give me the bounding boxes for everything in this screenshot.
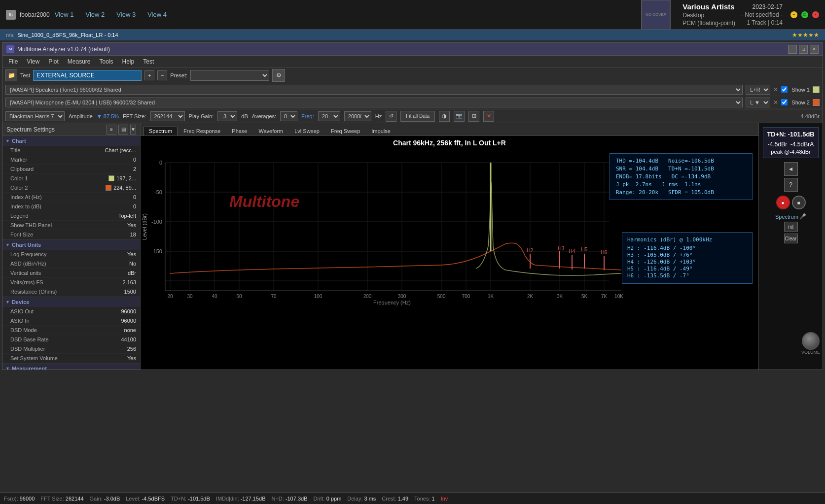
settings-key-indexat: Index At (Hz): [10, 194, 133, 200]
fft-window-select[interactable]: Blackman-Harris 7: [5, 111, 65, 121]
right-btn-2[interactable]: ?: [784, 178, 798, 192]
close-red-btn[interactable]: ✕: [483, 111, 494, 122]
menu-plot[interactable]: Plot: [44, 57, 63, 66]
layout-btn[interactable]: ⊞: [468, 111, 479, 122]
device-section-label: Device: [12, 299, 29, 305]
freq-min-select[interactable]: 20: [318, 111, 340, 121]
chart-section-header[interactable]: ▼ Chart: [2, 136, 140, 146]
device-x-1[interactable]: ✕: [773, 86, 778, 93]
bottom-fs: Fs(o): 96000: [4, 496, 35, 502]
settings-key-color1: Color 1: [10, 175, 108, 181]
device-x-2[interactable]: ✕: [773, 99, 778, 106]
settings-key-asd: ASD (dBr/√Hz): [10, 261, 129, 267]
record-btn[interactable]: ●: [776, 196, 790, 209]
tab-waveform[interactable]: Waveform: [253, 127, 289, 135]
analyzer-close[interactable]: ×: [810, 45, 819, 54]
settings-val-dsdmult: 256: [127, 346, 136, 352]
settings-icon-3[interactable]: ▼: [130, 125, 136, 134]
menu-test[interactable]: Test: [139, 57, 158, 66]
refresh-btn[interactable]: ↺: [386, 111, 396, 122]
settings-key-marker: Marker: [10, 157, 133, 163]
freq-unit: Hz: [375, 113, 382, 119]
device-select-2[interactable]: [WASAPI] Microphone (E-MU 0204 | USB) 96…: [5, 98, 743, 107]
tab-lvl-sweep[interactable]: Lvl Sweep: [289, 127, 325, 135]
play-gain-select[interactable]: -3: [217, 111, 237, 121]
bottom-val-imd: -127.15dB: [241, 496, 266, 502]
volume-label: VOLUME: [801, 350, 821, 355]
settings-icon-2[interactable]: ▤: [118, 125, 128, 134]
tab-impulse[interactable]: Impulse: [366, 127, 396, 135]
window-maximize[interactable]: □: [801, 11, 808, 18]
player-spec: - Not specified -: [741, 11, 783, 18]
harm-row-h2: H2 : -116.4dB / -100°: [627, 245, 747, 251]
analyzer-title-text: Multitone Analyzer v1.0.74 (default): [17, 46, 788, 53]
chart-area: Spectrum Freq Response Phase Waveform Lv…: [141, 123, 758, 370]
device-check-1[interactable]: [781, 86, 788, 93]
bottom-crest: Crest: 1.49: [382, 496, 408, 502]
dc-value: DC =-134.9dB: [672, 173, 711, 180]
range-value: Range: 20-20k: [616, 189, 658, 196]
settings-key-dsdmult: DSD Multiplier: [10, 346, 127, 352]
contrast-btn[interactable]: ◑: [439, 111, 450, 122]
analyzer-restore[interactable]: □: [799, 45, 808, 54]
freq-label[interactable]: Freq:: [301, 113, 314, 119]
menu-file[interactable]: File: [4, 57, 22, 66]
device-check-2[interactable]: [781, 99, 788, 105]
volume-knob[interactable]: [802, 332, 820, 350]
chart-units-header[interactable]: ▼ Chart Units: [2, 240, 140, 250]
window-close[interactable]: ×: [812, 11, 819, 18]
settings-key-title: Title: [10, 147, 105, 153]
menu-measure[interactable]: Measure: [64, 57, 95, 66]
status-stars: ★★★★★: [792, 32, 819, 38]
tab-freq-sweep[interactable]: Freq Sweep: [325, 127, 365, 135]
menu-help[interactable]: Help: [118, 57, 139, 66]
preset-select[interactable]: [190, 70, 269, 81]
menu-tools[interactable]: Tools: [96, 57, 117, 66]
add-source-btn[interactable]: +: [144, 70, 154, 80]
settings-val-asioin: 96000: [121, 318, 136, 324]
tab-spectrum[interactable]: Spectrum: [143, 127, 178, 135]
spectrum-label[interactable]: Spectrum 🎤: [775, 213, 806, 220]
tab-freq-response[interactable]: Freq Response: [178, 127, 226, 135]
amplitude-value[interactable]: ▼ 87.5%: [97, 113, 119, 119]
nav-tab-view1[interactable]: View 1: [54, 9, 75, 20]
svg-text:H2: H2: [527, 248, 534, 253]
fft-size-select[interactable]: 262144: [150, 111, 185, 121]
device-select-1[interactable]: [WASAPI] Speakers (Tone1) 96000/32 Share…: [5, 85, 743, 95]
fit-all-btn[interactable]: Fit all Data: [400, 111, 435, 122]
source-input[interactable]: [33, 70, 142, 81]
freq-max-select[interactable]: 20000: [344, 111, 371, 121]
settings-row-asioout: ASIO Out 96000: [2, 307, 140, 316]
settings-row-asd: ASD (dBr/√Hz) No: [2, 259, 140, 269]
settings-btn[interactable]: ⚙: [272, 69, 285, 82]
nav-tab-view2[interactable]: View 2: [85, 9, 106, 20]
svg-text:100: 100: [314, 294, 323, 299]
settings-row-dsdmult: DSD Multiplier 256: [2, 344, 140, 354]
measurement-section-header[interactable]: ▼ Measurement: [2, 364, 140, 370]
window-minimize[interactable]: −: [790, 11, 797, 18]
settings-icon-1[interactable]: ≡: [107, 125, 116, 134]
device-section-header[interactable]: ▼ Device: [2, 297, 140, 307]
preset-label: Preset:: [170, 72, 187, 78]
spectrum-label-text: Spectrum: [775, 214, 798, 220]
chart-units-triangle: ▼: [5, 242, 10, 247]
remove-source-btn[interactable]: −: [157, 70, 167, 80]
settings-val-color1: 197, 2...: [108, 175, 136, 181]
settings-val-logfreq: Yes: [127, 251, 136, 257]
channel-select-2[interactable]: L ▼: [746, 98, 770, 107]
stop-btn[interactable]: ■: [792, 196, 806, 209]
nav-tab-view3[interactable]: View 3: [115, 9, 137, 20]
menu-view[interactable]: View: [23, 57, 43, 66]
svg-text:500: 500: [437, 294, 446, 299]
camera-btn[interactable]: 📷: [454, 111, 465, 122]
source-icon[interactable]: 📁: [5, 69, 17, 81]
analyzer-minimize[interactable]: −: [788, 45, 797, 54]
bottom-label-nd: N+D:: [271, 496, 284, 502]
tab-phase[interactable]: Phase: [226, 127, 252, 135]
nav-tab-view4[interactable]: View 4: [146, 9, 168, 20]
right-btn-1[interactable]: ◄: [784, 162, 798, 176]
overlay-btn-clear[interactable]: Clear: [784, 234, 798, 243]
overlay-btn-nd[interactable]: nd: [784, 222, 798, 232]
averages-select[interactable]: 8: [280, 111, 297, 121]
channel-select-1[interactable]: L+R ▼: [746, 85, 770, 95]
